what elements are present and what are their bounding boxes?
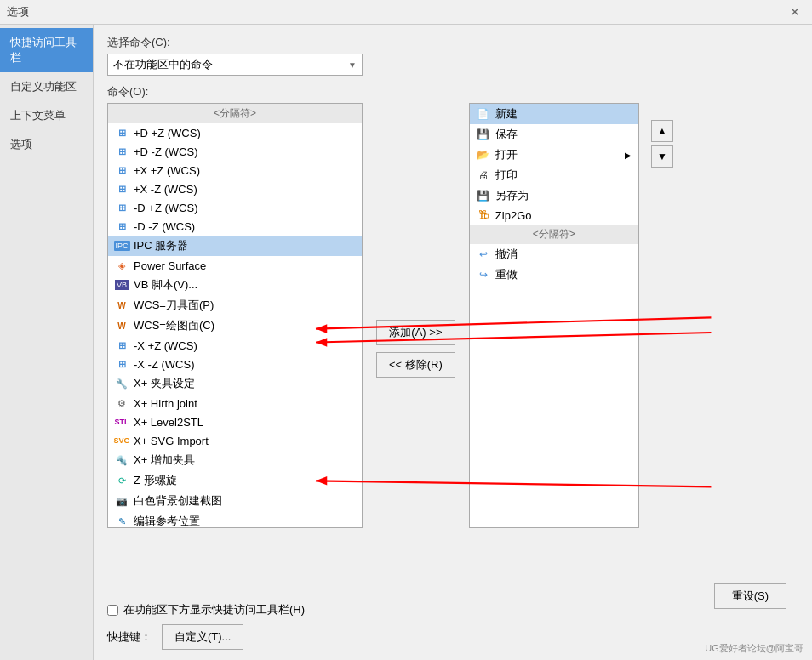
cmd-icon-wcs-tool-plane: W	[115, 299, 129, 312]
close-button[interactable]: ✕	[785, 3, 805, 20]
qat-item-new[interactable]: 📄新建	[470, 104, 638, 124]
qat-label-new: 新建	[495, 106, 518, 122]
remove-button[interactable]: << 移除(R)	[376, 352, 455, 378]
main-layout: 快捷访问工具栏自定义功能区上下文菜单选项 选择命令(C): 不在功能区中的命令 …	[0, 25, 812, 660]
cmd-icon-x-level2stl: STL	[115, 415, 129, 429]
cmd-label-wcs-draw-plane: WCS=绘图面(C)	[134, 318, 214, 333]
qat-item-zip2go[interactable]: 🗜Zip2Go	[470, 206, 638, 225]
cmd-icon-power-surface: ◈	[115, 259, 129, 272]
command-item-vb-script[interactable]: VBVB 脚本(V)...	[108, 275, 362, 295]
cmd-label-x-svg-import: X+ SVG Import	[134, 435, 209, 447]
add-button[interactable]: 添加(A) >>	[376, 320, 455, 345]
command-item-separator1[interactable]: <分隔符>	[108, 104, 362, 123]
command-item-power-surface[interactable]: ◈Power Surface	[108, 256, 362, 275]
right-arrows: ▲ ▼	[651, 120, 673, 168]
command-item-x-minus-z[interactable]: ⊞+X -Z (WCS)	[108, 179, 362, 198]
qat-label-open: 打开	[495, 147, 518, 162]
cmd-icon-edit-ref-pos: ✎	[115, 515, 129, 528]
command-item-minus-x-plus-z[interactable]: ⊞-X +Z (WCS)	[108, 336, 362, 355]
window-title: 选项	[7, 4, 29, 20]
show-below-ribbon-label: 在功能区下方显示快捷访问工具栏(H)	[123, 602, 305, 617]
cmd-label-vb-script: VB 脚本(V)...	[134, 277, 197, 293]
show-below-ribbon-checkbox[interactable]	[107, 605, 118, 616]
command-item-z-helix[interactable]: ⟳Z 形螺旋	[108, 470, 362, 491]
cmd-icon-vb-script: VB	[115, 278, 129, 292]
command-item-minus-d-plus-z[interactable]: ⊞-D +Z (WCS)	[108, 198, 362, 217]
command-item-wcs-draw-plane[interactable]: WWCS=绘图面(C)	[108, 316, 362, 336]
qat-item-save-as[interactable]: 💾另存为	[470, 185, 638, 206]
command-item-x-level2stl[interactable]: STLX+ Level2STL	[108, 412, 362, 431]
cmd-icon-x-svg-import: SVG	[115, 434, 129, 447]
cmd-icon-x-minus-z: ⊞	[115, 182, 129, 196]
qat-icon-save: 💾	[477, 128, 490, 141]
main-content: 选择命令(C): 不在功能区中的命令 ▼ 命令(O): <分隔符>⊞+D +Z …	[94, 25, 812, 660]
move-down-button[interactable]: ▼	[651, 145, 673, 168]
shortcut-row: 快捷键： 自定义(T)...	[107, 624, 798, 650]
reset-button[interactable]: 重设(S)	[714, 583, 786, 609]
command-item-d-plus-z[interactable]: ⊞+D +Z (WCS)	[108, 123, 362, 142]
cmd-label-x-minus-z: +X -Z (WCS)	[134, 183, 197, 196]
qat-item-redo[interactable]: ↪重做	[470, 265, 638, 285]
customize-shortcut-button[interactable]: 自定义(T)...	[162, 624, 243, 650]
command-item-white-bg-screenshot[interactable]: 📷白色背景创建截图	[108, 491, 362, 511]
cmd-icon-x-hirth: ⚙	[115, 396, 129, 410]
qat-item-open[interactable]: 📂打开 ▶	[470, 145, 638, 165]
dropdown-arrow-icon: ▼	[348, 60, 357, 70]
qat-item-undo[interactable]: ↩撤消	[470, 244, 638, 265]
footer-text: UG爱好者论坛@阿宝哥	[705, 642, 803, 655]
cmd-label-minus-x-minus-z: -X -Z (WCS)	[134, 358, 194, 371]
command-item-minus-d-minus-z[interactable]: ⊞-D -Z (WCS)	[108, 217, 362, 236]
command-item-x-svg-import[interactable]: SVGX+ SVG Import	[108, 431, 362, 450]
cmd-label-power-surface: Power Surface	[134, 259, 206, 272]
qat-panel: 📄新建💾保存📂打开 ▶🖨打印💾另存为🗜Zip2Go<分隔符>↩撤消↪重做	[469, 103, 639, 594]
cmd-label-x-hirth: X+ Hirth joint	[134, 397, 197, 410]
cmd-label-d-minus-z: +D -Z (WCS)	[134, 145, 197, 158]
sidebar: 快捷访问工具栏自定义功能区上下文菜单选项	[0, 25, 94, 660]
sidebar-item-context-menu[interactable]: 上下文菜单	[0, 101, 93, 130]
cmd-label-minus-x-plus-z: -X +Z (WCS)	[134, 339, 197, 352]
qat-item-print[interactable]: 🖨打印	[470, 165, 638, 185]
cmd-label-wcs-tool-plane: WCS=刀具面(P)	[134, 298, 214, 313]
cmd-icon-x-plus-z: ⊞	[115, 163, 129, 177]
cmd-label-x-plus-z: +X +Z (WCS)	[134, 164, 200, 177]
command-category-dropdown[interactable]: 不在功能区中的命令 ▼	[107, 54, 363, 76]
command-list-container: <分隔符>⊞+D +Z (WCS)⊞+D -Z (WCS)⊞+X +Z (WCS…	[107, 103, 363, 594]
cmd-icon-x-add-fixture: 🔩	[115, 453, 129, 467]
qat-icon-print: 🖨	[477, 168, 490, 182]
command-item-wcs-tool-plane[interactable]: WWCS=刀具面(P)	[108, 295, 362, 316]
qat-item-save[interactable]: 💾保存	[470, 124, 638, 145]
command-item-d-minus-z[interactable]: ⊞+D -Z (WCS)	[108, 142, 362, 161]
cmd-label-z-helix: Z 形螺旋	[134, 473, 177, 488]
qat-list[interactable]: 📄新建💾保存📂打开 ▶🖨打印💾另存为🗜Zip2Go<分隔符>↩撤消↪重做	[469, 103, 639, 528]
command-item-minus-x-minus-z[interactable]: ⊞-X -Z (WCS)	[108, 355, 362, 373]
cmd-label-edit-ref-pos: 编辑参考位置	[134, 514, 200, 528]
qat-label-zip2go: Zip2Go	[495, 209, 532, 222]
command-item-x-add-fixture[interactable]: 🔩X+ 增加夹具	[108, 450, 362, 470]
command-item-x-plus-z[interactable]: ⊞+X +Z (WCS)	[108, 161, 362, 179]
options-window: 选项 ✕ 快捷访问工具栏自定义功能区上下文菜单选项 选择命令(C): 不在功能区…	[0, 0, 812, 660]
show-below-ribbon-row: 在功能区下方显示快捷访问工具栏(H)	[107, 602, 798, 617]
shortcut-label: 快捷键：	[107, 629, 152, 645]
command-item-ipc-server[interactable]: IPCIPC 服务器	[108, 236, 362, 256]
sidebar-item-quick-access[interactable]: 快捷访问工具栏	[0, 28, 93, 72]
command-item-x-fixture[interactable]: 🔧X+ 夹具设定	[108, 373, 362, 394]
cmd-icon-wcs-draw-plane: W	[115, 319, 129, 333]
sidebar-item-custom-ribbon[interactable]: 自定义功能区	[0, 72, 93, 101]
qat-icon-undo: ↩	[477, 248, 490, 261]
qat-label-print: 打印	[495, 168, 518, 183]
qat-icon-new: 📄	[477, 107, 490, 121]
cmd-label-x-level2stl: X+ Level2STL	[134, 416, 203, 429]
reset-btn-container: 重设(S)	[714, 583, 786, 609]
dropdown-value: 不在功能区中的命令	[113, 57, 213, 72]
cmd-icon-d-plus-z: ⊞	[115, 126, 129, 139]
command-list[interactable]: <分隔符>⊞+D +Z (WCS)⊞+D -Z (WCS)⊞+X +Z (WCS…	[107, 103, 363, 528]
command-item-x-hirth[interactable]: ⚙X+ Hirth joint	[108, 394, 362, 412]
command-item-edit-ref-pos[interactable]: ✎编辑参考位置	[108, 511, 362, 528]
move-up-button[interactable]: ▲	[651, 120, 673, 142]
qat-label-save-as: 另存为	[495, 188, 529, 203]
qat-label-undo: 撤消	[495, 247, 518, 262]
bottom-area: 在功能区下方显示快捷访问工具栏(H) 快捷键： 自定义(T)...	[107, 602, 798, 650]
cmd-label-minus-d-plus-z: -D +Z (WCS)	[134, 202, 197, 214]
sidebar-item-options[interactable]: 选项	[0, 130, 93, 159]
qat-item-qat-separator[interactable]: <分隔符>	[470, 225, 638, 244]
